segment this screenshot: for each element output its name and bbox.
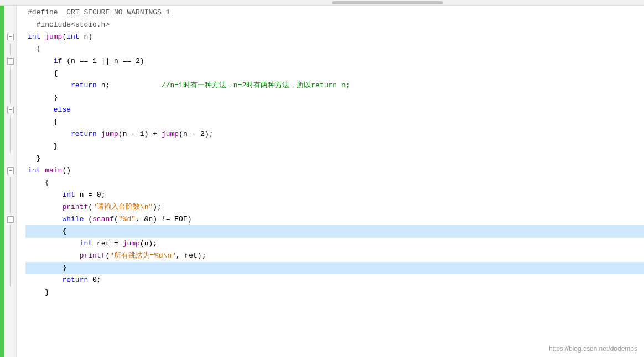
code-line-3: int jump(int n) [25, 31, 644, 43]
code-line-10: { [25, 116, 644, 128]
horizontal-scrollbar[interactable] [0, 0, 644, 6]
fold-row-13 [4, 153, 16, 165]
fold-button-9[interactable]: − [7, 107, 14, 113]
code-line-13: } [25, 153, 644, 165]
code-line-8: } [25, 92, 644, 104]
code-line-16: int n = 0; [25, 189, 644, 201]
fold-row-24 [4, 286, 16, 298]
fold-row-14[interactable]: − [4, 165, 16, 177]
fold-indicators-column: − − [4, 6, 17, 357]
fold-row-10 [4, 116, 16, 128]
code-line-5: if (n == 1 || n == 2) [25, 55, 644, 67]
code-editor: − − [0, 0, 644, 357]
fold-row-11 [4, 128, 16, 140]
code-line-14: int main() [25, 165, 644, 177]
code-line-17: printf("请输入台阶数\n"); [25, 201, 644, 213]
fold-button-3[interactable]: − [7, 34, 14, 40]
code-line-9: else [25, 104, 644, 116]
code-line-11: return jump(n - 1) + jump(n - 2); [25, 128, 644, 140]
fold-row-3[interactable]: − [4, 31, 16, 43]
fold-row-4 [4, 43, 16, 55]
fold-row-5[interactable]: − [4, 55, 16, 67]
code-line-19: { [25, 225, 644, 238]
fold-row-7 [4, 80, 16, 92]
code-line-22: } [25, 262, 644, 274]
fold-row-1 [4, 7, 16, 19]
fold-row-2 [4, 19, 16, 31]
fold-row-15 [4, 177, 16, 189]
fold-row-18[interactable]: − [4, 213, 16, 225]
fold-row-6 [4, 67, 16, 80]
scrollbar-thumb[interactable] [332, 1, 443, 4]
fold-row-16 [4, 189, 16, 201]
code-content: #define _CRT_SECURE_NO_WARNINGS 1 #inclu… [25, 6, 644, 357]
fold-row-21 [4, 250, 16, 262]
fold-row-20 [4, 238, 16, 250]
watermark: https://blog.csdn.net/dodemos [549, 345, 637, 353]
left-indicator-bar [0, 6, 4, 357]
code-line-2: #include<stdio.h> [25, 19, 644, 31]
code-line-20: int ret = jump(n); [25, 238, 644, 250]
code-line-12: } [25, 140, 644, 153]
code-line-23: return 0; [25, 274, 644, 286]
fold-button-18[interactable]: − [7, 216, 14, 223]
fold-row-25 [4, 298, 16, 311]
fold-button-14[interactable]: − [7, 167, 14, 174]
code-line-1: #define _CRT_SECURE_NO_WARNINGS 1 [25, 7, 644, 19]
indent-guides-column [17, 6, 25, 357]
code-line-6: { [25, 67, 644, 80]
code-line-25 [25, 298, 644, 311]
code-line-18: while (scanf("%d", &n) != EOF) [25, 213, 644, 225]
fold-row-17 [4, 201, 16, 213]
fold-row-8 [4, 92, 16, 104]
code-line-24: } [25, 286, 644, 298]
code-line-4: { [25, 43, 644, 55]
fold-button-5[interactable]: − [7, 58, 14, 65]
code-line-7: return n; //n=1时有一种方法，n=2时有两种方法，所以return… [25, 80, 644, 92]
fold-row-12 [4, 140, 16, 153]
code-line-21: printf("所有跳法为=%d\n", ret); [25, 250, 644, 262]
fold-row-19 [4, 225, 16, 238]
fold-row-22 [4, 262, 16, 274]
code-area: − − [0, 6, 644, 357]
fold-row-23 [4, 274, 16, 286]
fold-row-9[interactable]: − [4, 104, 16, 116]
code-line-15: { [25, 177, 644, 189]
